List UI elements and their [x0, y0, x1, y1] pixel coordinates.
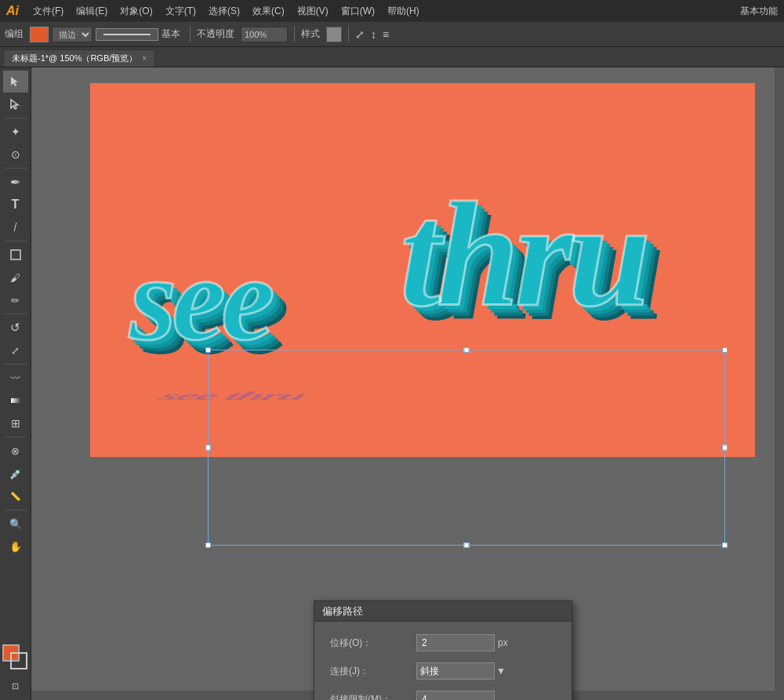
- tool-separator-4: [5, 314, 27, 314]
- scale-tool[interactable]: ⤢: [3, 339, 28, 361]
- menu-select[interactable]: 选择(S): [204, 3, 245, 20]
- svg-rect-1: [11, 398, 20, 403]
- title-bar: Ai 文件(F) 编辑(E) 对象(O) 文字(T) 选择(S) 效果(C) 视…: [0, 0, 784, 22]
- offset-unit: px: [498, 637, 508, 648]
- menu-help[interactable]: 帮助(H): [383, 3, 424, 20]
- main-area: ✦ ⊙ ✒ T / 🖌 ✏ ↺ ⤢ 〰 ⊞ ⊗ 💉 📏 🔍 ✋ ⊡: [0, 67, 784, 700]
- handle-bc[interactable]: [464, 542, 470, 548]
- dialog-content: 位移(O)： px 连接(J)： 斜接 圆角 斜面 ▼: [314, 622, 572, 700]
- handle-tl[interactable]: [205, 347, 211, 353]
- left-toolbar: ✦ ⊙ ✒ T / 🖌 ✏ ↺ ⤢ 〰 ⊞ ⊗ 💉 📏 🔍 ✋ ⊡: [0, 67, 31, 700]
- zoom-tool[interactable]: 🔍: [3, 513, 28, 535]
- menu-object[interactable]: 对象(O): [115, 3, 157, 20]
- stroke-preview: [96, 28, 158, 41]
- tab-close-btn[interactable]: ×: [142, 54, 147, 63]
- style-label: 样式: [301, 27, 320, 41]
- menu-view[interactable]: 视图(V): [292, 3, 333, 20]
- line-tool[interactable]: /: [3, 216, 28, 238]
- offset-row: 位移(O)： px: [330, 634, 556, 651]
- rectangle-tool[interactable]: [3, 244, 28, 266]
- gradient-tool[interactable]: [3, 390, 28, 412]
- warp-tool[interactable]: 〰: [3, 367, 28, 389]
- offset-path-dialog: 偏移路径 位移(O)： px 连接(J)： 斜接 圆角 斜面: [314, 600, 572, 700]
- mesh-tool[interactable]: ⊞: [3, 412, 28, 434]
- align-btn[interactable]: ≡: [383, 28, 389, 41]
- workspace-label: 基本功能: [740, 5, 778, 18]
- menu-effect[interactable]: 效果(C): [248, 3, 289, 20]
- join-select[interactable]: 斜接 圆角 斜面: [416, 662, 495, 680]
- join-label: 连接(J)：: [330, 665, 416, 678]
- menu-type[interactable]: 文字(T): [161, 3, 201, 20]
- vertical-scrollbar[interactable]: [775, 67, 784, 700]
- selection-tool[interactable]: [3, 71, 28, 92]
- tab-bar: 未标题-1*@ 150%（RGB/预览） ×: [0, 47, 784, 67]
- opacity-label: 不透明度: [197, 27, 234, 41]
- tool-separator-1: [5, 118, 27, 118]
- menu-window[interactable]: 窗口(W): [336, 3, 379, 20]
- ai-logo: Ai: [6, 4, 19, 18]
- opacity-input[interactable]: [241, 27, 288, 42]
- lasso-tool[interactable]: ⊙: [3, 143, 28, 165]
- join-row: 连接(J)： 斜接 圆角 斜面 ▼: [330, 662, 556, 680]
- menu-edit[interactable]: 编辑(E): [71, 3, 112, 20]
- join-select-arrow: ▼: [496, 666, 506, 676]
- stroke-dropdown[interactable]: 描边: [52, 27, 93, 42]
- menu-file[interactable]: 文件(F): [28, 3, 68, 20]
- fill-stroke-indicator: [2, 644, 29, 671]
- type-tool[interactable]: T: [3, 194, 28, 216]
- miter-row: 斜接限制(M)：: [330, 691, 556, 700]
- fill-color-swatch[interactable]: [30, 27, 49, 42]
- text-shadow-reflection: see thru: [154, 389, 312, 402]
- hand-tool[interactable]: ✋: [3, 535, 28, 557]
- tool-separator-7: [5, 510, 27, 510]
- rotate-tool[interactable]: ↺: [3, 317, 28, 339]
- arrange-btn[interactable]: ↕: [371, 28, 376, 41]
- offset-label: 位移(O)：: [330, 637, 416, 650]
- tool-separator-5: [5, 364, 27, 365]
- blend-tool[interactable]: ⊗: [3, 440, 28, 462]
- handle-ml[interactable]: [205, 445, 211, 451]
- paintbrush-tool[interactable]: 🖌: [3, 267, 28, 288]
- handle-br[interactable]: [722, 542, 728, 548]
- offset-input[interactable]: [416, 634, 495, 651]
- toolbar: 编组 描边 基本 不透明度 样式 ⤢ ↕ ≡: [0, 22, 784, 47]
- separator-1: [190, 27, 191, 42]
- handle-tr[interactable]: [722, 347, 728, 353]
- separator-3: [348, 27, 349, 42]
- artboard: see see see see see thru thru thru thru …: [90, 83, 755, 457]
- tab-title: 未标题-1*@ 150%（RGB/预览）: [12, 53, 137, 64]
- tool-separator-6: [5, 437, 27, 437]
- pen-tool[interactable]: ✒: [3, 171, 28, 193]
- miter-label: 斜接限制(M)：: [330, 693, 416, 701]
- selection-box: [208, 350, 725, 546]
- dialog-title-bar[interactable]: 偏移路径: [314, 601, 572, 622]
- document-tab[interactable]: 未标题-1*@ 150%（RGB/预览） ×: [3, 49, 155, 67]
- miter-input[interactable]: [416, 691, 495, 700]
- tool-separator-2: [5, 168, 27, 169]
- stroke-label: 基本: [162, 27, 180, 41]
- style-swatch[interactable]: [326, 27, 342, 42]
- canvas-area[interactable]: see see see see see thru thru thru thru …: [31, 67, 784, 700]
- handle-bl[interactable]: [205, 542, 211, 548]
- transform-btn[interactable]: ⤢: [355, 28, 365, 41]
- handle-mr[interactable]: [722, 445, 728, 451]
- pencil-tool[interactable]: ✏: [3, 289, 28, 311]
- mode-label: 编组: [5, 27, 24, 41]
- screen-mode-btn[interactable]: ⊡: [3, 675, 28, 697]
- join-select-container: 斜接 圆角 斜面 ▼: [416, 662, 506, 680]
- measure-tool[interactable]: 📏: [3, 485, 28, 507]
- tool-separator-3: [5, 241, 27, 241]
- svg-rect-0: [11, 250, 20, 259]
- handle-tc[interactable]: [464, 347, 470, 353]
- separator-2: [294, 27, 295, 42]
- direct-selection-tool[interactable]: [3, 93, 28, 115]
- dialog-title: 偏移路径: [322, 604, 363, 618]
- eyedropper-tool[interactable]: 💉: [3, 462, 28, 484]
- stroke-swatch[interactable]: [10, 652, 27, 669]
- magic-wand-tool[interactable]: ✦: [3, 121, 28, 143]
